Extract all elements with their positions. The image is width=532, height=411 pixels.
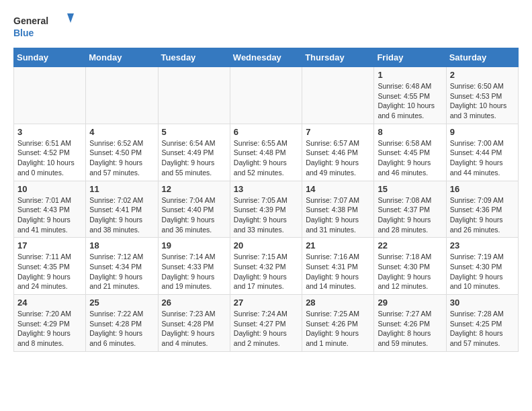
calendar-cell: 17Sunrise: 7:11 AM Sunset: 4:35 PM Dayli… [14,238,86,295]
calendar-week-row: 24Sunrise: 7:20 AM Sunset: 4:29 PM Dayli… [14,295,519,352]
calendar-cell: 12Sunrise: 7:04 AM Sunset: 4:40 PM Dayli… [158,181,230,238]
day-number: 14 [306,184,370,194]
logo-svg: General Blue [13,11,74,41]
day-number: 4 [89,127,154,137]
calendar-cell: 25Sunrise: 7:22 AM Sunset: 4:28 PM Dayli… [86,295,158,352]
calendar-week-row: 3Sunrise: 6:51 AM Sunset: 4:52 PM Daylig… [14,124,519,181]
day-number: 8 [378,127,442,137]
day-info: Sunrise: 6:54 AM Sunset: 4:49 PM Dayligh… [162,138,226,178]
calendar-cell: 19Sunrise: 7:14 AM Sunset: 4:33 PM Dayli… [158,238,230,295]
calendar-cell: 4Sunrise: 6:52 AM Sunset: 4:50 PM Daylig… [86,124,158,181]
day-info: Sunrise: 7:19 AM Sunset: 4:30 PM Dayligh… [450,252,515,291]
day-info: Sunrise: 6:48 AM Sunset: 4:55 PM Dayligh… [378,81,442,121]
calendar-cell: 20Sunrise: 7:15 AM Sunset: 4:32 PM Dayli… [230,238,302,295]
day-number: 29 [378,298,442,308]
calendar-cell: 1Sunrise: 6:48 AM Sunset: 4:55 PM Daylig… [374,67,446,124]
day-number: 6 [234,127,298,137]
day-number: 18 [89,240,154,250]
day-number: 15 [378,184,442,194]
calendar-cell: 18Sunrise: 7:12 AM Sunset: 4:34 PM Dayli… [86,238,158,295]
day-number: 24 [17,298,82,308]
svg-text:Blue: Blue [13,28,34,38]
day-info: Sunrise: 6:58 AM Sunset: 4:45 PM Dayligh… [378,138,442,178]
day-info: Sunrise: 7:05 AM Sunset: 4:39 PM Dayligh… [234,195,298,235]
day-info: Sunrise: 7:22 AM Sunset: 4:28 PM Dayligh… [89,309,154,349]
calendar-cell: 2Sunrise: 6:50 AM Sunset: 4:53 PM Daylig… [446,67,518,124]
day-info: Sunrise: 6:52 AM Sunset: 4:50 PM Dayligh… [89,138,154,178]
calendar-cell: 28Sunrise: 7:25 AM Sunset: 4:26 PM Dayli… [302,295,374,352]
logo: General Blue [13,11,74,41]
day-number: 13 [234,184,298,194]
day-info: Sunrise: 7:01 AM Sunset: 4:43 PM Dayligh… [17,195,82,235]
day-number: 25 [89,298,154,308]
day-info: Sunrise: 7:20 AM Sunset: 4:29 PM Dayligh… [17,309,82,349]
day-info: Sunrise: 7:11 AM Sunset: 4:35 PM Dayligh… [17,252,82,291]
day-info: Sunrise: 6:50 AM Sunset: 4:53 PM Dayligh… [450,81,515,121]
weekday-header: Tuesday [158,48,230,67]
day-number: 9 [450,127,515,137]
weekday-header: Wednesday [230,48,302,67]
day-number: 19 [162,240,226,250]
calendar-cell: 8Sunrise: 6:58 AM Sunset: 4:45 PM Daylig… [374,124,446,181]
day-number: 11 [89,184,154,194]
day-number: 23 [450,240,515,250]
page-header: General Blue [13,11,519,41]
day-number: 10 [17,184,82,194]
day-info: Sunrise: 7:12 AM Sunset: 4:34 PM Dayligh… [89,252,154,291]
calendar-cell: 30Sunrise: 7:28 AM Sunset: 4:25 PM Dayli… [446,295,518,352]
day-info: Sunrise: 7:25 AM Sunset: 4:26 PM Dayligh… [306,309,370,349]
day-info: Sunrise: 7:07 AM Sunset: 4:38 PM Dayligh… [306,195,370,235]
calendar-cell: 26Sunrise: 7:23 AM Sunset: 4:28 PM Dayli… [158,295,230,352]
calendar-cell [14,67,86,124]
day-number: 26 [162,298,226,308]
svg-marker-2 [67,13,74,23]
day-number: 12 [162,184,226,194]
day-number: 22 [378,240,442,250]
weekday-header: Saturday [446,48,518,67]
calendar-cell: 16Sunrise: 7:09 AM Sunset: 4:36 PM Dayli… [446,181,518,238]
svg-text:General: General [13,15,48,26]
calendar-cell: 11Sunrise: 7:02 AM Sunset: 4:41 PM Dayli… [86,181,158,238]
day-info: Sunrise: 7:23 AM Sunset: 4:28 PM Dayligh… [162,309,226,349]
calendar-cell [302,67,374,124]
calendar-cell [230,67,302,124]
day-number: 20 [234,240,298,250]
calendar-cell: 5Sunrise: 6:54 AM Sunset: 4:49 PM Daylig… [158,124,230,181]
day-number: 30 [450,298,515,308]
day-info: Sunrise: 7:04 AM Sunset: 4:40 PM Dayligh… [162,195,226,235]
weekday-header: Sunday [14,48,86,67]
day-info: Sunrise: 7:27 AM Sunset: 4:26 PM Dayligh… [378,309,442,349]
calendar-week-row: 1Sunrise: 6:48 AM Sunset: 4:55 PM Daylig… [14,67,519,124]
calendar-table: SundayMondayTuesdayWednesdayThursdayFrid… [13,48,519,352]
calendar-week-row: 10Sunrise: 7:01 AM Sunset: 4:43 PM Dayli… [14,181,519,238]
day-info: Sunrise: 7:09 AM Sunset: 4:36 PM Dayligh… [450,195,515,235]
day-number: 2 [450,70,515,80]
calendar-cell [158,67,230,124]
calendar-cell: 15Sunrise: 7:08 AM Sunset: 4:37 PM Dayli… [374,181,446,238]
calendar-cell: 9Sunrise: 7:00 AM Sunset: 4:44 PM Daylig… [446,124,518,181]
day-info: Sunrise: 7:16 AM Sunset: 4:31 PM Dayligh… [306,252,370,291]
calendar-week-row: 17Sunrise: 7:11 AM Sunset: 4:35 PM Dayli… [14,238,519,295]
calendar-cell: 3Sunrise: 6:51 AM Sunset: 4:52 PM Daylig… [14,124,86,181]
calendar-cell: 13Sunrise: 7:05 AM Sunset: 4:39 PM Dayli… [230,181,302,238]
day-number: 7 [306,127,370,137]
day-info: Sunrise: 6:57 AM Sunset: 4:46 PM Dayligh… [306,138,370,178]
day-info: Sunrise: 7:02 AM Sunset: 4:41 PM Dayligh… [89,195,154,235]
calendar-cell: 21Sunrise: 7:16 AM Sunset: 4:31 PM Dayli… [302,238,374,295]
calendar-cell: 24Sunrise: 7:20 AM Sunset: 4:29 PM Dayli… [14,295,86,352]
weekday-header: Thursday [302,48,374,67]
calendar-cell: 6Sunrise: 6:55 AM Sunset: 4:48 PM Daylig… [230,124,302,181]
day-number: 21 [306,240,370,250]
day-number: 27 [234,298,298,308]
weekday-header: Friday [374,48,446,67]
day-info: Sunrise: 6:55 AM Sunset: 4:48 PM Dayligh… [234,138,298,178]
weekday-header: Monday [86,48,158,67]
day-number: 16 [450,184,515,194]
calendar-cell [86,67,158,124]
calendar-cell: 27Sunrise: 7:24 AM Sunset: 4:27 PM Dayli… [230,295,302,352]
day-info: Sunrise: 7:08 AM Sunset: 4:37 PM Dayligh… [378,195,442,235]
day-info: Sunrise: 7:18 AM Sunset: 4:30 PM Dayligh… [378,252,442,291]
day-number: 28 [306,298,370,308]
calendar-cell: 7Sunrise: 6:57 AM Sunset: 4:46 PM Daylig… [302,124,374,181]
day-number: 1 [378,70,442,80]
